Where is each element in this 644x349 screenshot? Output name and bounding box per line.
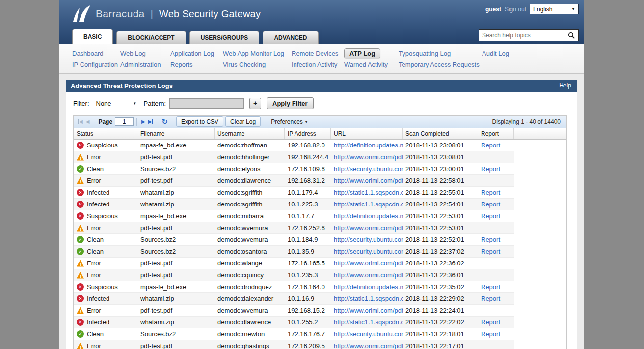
scan-completed-cell: 2018-11-13 22:24:01 [402, 305, 478, 317]
report-cell: Report [478, 163, 514, 175]
nav-link-web-app-monitor-log[interactable]: Web App Monitor Log [223, 50, 284, 57]
url-link[interactable]: http://www.orimi.com/pdf-t... [334, 175, 402, 186]
report-link[interactable]: Report [481, 281, 500, 292]
url-link[interactable]: http://security.ubuntu.com/... [334, 234, 402, 245]
add-pattern-button[interactable]: + [249, 98, 261, 109]
column-header-ip-address[interactable]: IP Address [285, 128, 331, 139]
url-link[interactable]: http://static1.1.sqspcdn.co... [334, 317, 402, 328]
page-number-input[interactable] [115, 117, 134, 126]
ip-address-cell: 172.16.252.6 [285, 222, 331, 234]
report-link[interactable]: Report [481, 234, 500, 245]
green-check-circle-icon: ✓ [77, 165, 84, 173]
url-link[interactable]: http://static1.1.sqspcdn.co... [334, 187, 402, 198]
last-page-button[interactable]: ▶ [147, 119, 155, 124]
language-select[interactable]: English ▼ [530, 4, 579, 14]
column-header-report[interactable]: Report [478, 128, 514, 139]
filler-cell [514, 317, 566, 328]
tab-basic[interactable]: BASIC [72, 29, 113, 44]
filter-select[interactable]: None ▼ [93, 98, 140, 109]
preferences-menu[interactable]: Preferences ▾ [268, 118, 310, 125]
report-link[interactable]: Report [481, 187, 500, 198]
nav-link-administration[interactable]: Administration [120, 61, 161, 68]
url-link[interactable]: http://definitionupdates.mic... [334, 140, 402, 151]
url-link[interactable]: http://security.ubuntu.com/... [334, 328, 402, 340]
nav-link-temporary-access-requests[interactable]: Temporary Access Requests [399, 61, 480, 68]
table-row: ✕Suspiciousmpas-fe_bd.exedemodc:mibarra1… [74, 210, 566, 222]
report-link[interactable]: Report [481, 246, 500, 257]
filler-cell [514, 151, 566, 163]
url-link[interactable]: http://security.ubuntu.com/... [334, 246, 402, 257]
app-header: Barracuda | Web Security Gateway guest S… [59, 0, 584, 44]
report-link[interactable]: Report [481, 293, 500, 304]
url-link[interactable]: http://definitionupdates.mic... [334, 281, 402, 292]
url-link[interactable]: http://www.orimi.com/pdf-t... [334, 340, 402, 349]
url-link[interactable]: http://www.orimi.com/pdf-t... [334, 269, 402, 281]
url-link[interactable]: http://static1.1.sqspcdn.co... [334, 293, 402, 304]
apply-filter-button[interactable]: Apply Filter [267, 97, 314, 109]
status-cell: ✕Infected [74, 199, 137, 210]
export-csv-button[interactable]: Export to CSV [176, 116, 223, 127]
username-cell: demodc:hhollinger [215, 151, 285, 163]
next-page-button[interactable]: ▶ [140, 119, 147, 124]
tab-bar: BASIC BLOCK/ACCEPT USERS/GROUPS ADVANCED [59, 28, 584, 44]
url-link[interactable]: http://security.ubuntu.com/... [334, 163, 402, 174]
column-header-scan-completed[interactable]: Scan Completed [402, 128, 478, 139]
column-header-status[interactable]: Status [74, 128, 137, 139]
tab-advanced[interactable]: ADVANCED [263, 31, 318, 44]
status-label: Clean [87, 246, 104, 257]
username-cell: demodc:wlange [215, 258, 285, 269]
clear-log-button[interactable]: Clear Log [225, 116, 261, 127]
nav-link-warned-activity[interactable]: Warned Activity [344, 61, 388, 68]
url-link[interactable]: http://www.orimi.com/pdf-t... [334, 222, 402, 233]
report-link[interactable]: Report [481, 317, 500, 328]
sign-out-link[interactable]: Sign out [505, 6, 526, 13]
user-box: guest Sign out English ▼ [485, 4, 579, 14]
status-label: Clean [87, 234, 104, 245]
nav-link-virus-checking[interactable]: Virus Checking [223, 61, 266, 68]
url-link[interactable]: http://www.orimi.com/pdf-t... [334, 151, 402, 163]
pattern-input[interactable] [169, 98, 244, 109]
column-header-username[interactable]: Username [215, 128, 285, 139]
nav-link-atp-log[interactable]: ATP Log [344, 48, 380, 58]
table-row: !Errorpdf-test.pdfdemodc:ghastings172.16… [74, 340, 566, 349]
refresh-icon[interactable]: ↻ [161, 117, 169, 126]
url-cell: http://static1.1.sqspcdn.co... [331, 187, 402, 199]
help-search-input[interactable] [482, 32, 568, 39]
nav-link-application-log[interactable]: Application Log [170, 50, 214, 57]
nav-link-ip-configuration[interactable]: IP Configuration [72, 61, 118, 68]
column-header-filename[interactable]: Filename [137, 128, 215, 139]
status-cell: ✕Infected [74, 293, 137, 305]
nav-link-web-log[interactable]: Web Log [120, 50, 146, 57]
tab-block-accept[interactable]: BLOCK/ACCEPT [116, 31, 186, 44]
nav-link-infection-activity[interactable]: Infection Activity [292, 61, 337, 68]
search-icon[interactable] [568, 32, 575, 39]
url-cell: http://definitionupdates.mic... [331, 140, 402, 151]
nav-link-audit-log[interactable]: Audit Log [482, 50, 509, 57]
column-header-url[interactable]: URL [331, 128, 402, 139]
scan-completed-cell: 2018-11-13 22:17:01 [402, 340, 478, 349]
nav-link-remote-devices[interactable]: Remote Devices [292, 50, 338, 57]
nav-link-dashboard[interactable]: Dashboard [72, 50, 104, 57]
tab-users-groups[interactable]: USERS/GROUPS [189, 31, 260, 44]
url-link[interactable]: http://definitionupdates.mic... [334, 210, 402, 222]
url-link[interactable]: http://www.orimi.com/pdf-t... [334, 305, 402, 316]
report-cell [478, 222, 514, 234]
username-cell: demodc:dalexander [215, 293, 285, 305]
table-row: !Errorpdf-test.pdfdemodc:wvemura192.168.… [74, 305, 566, 317]
report-link[interactable]: Report [481, 199, 500, 210]
status-label: Error [87, 269, 101, 281]
nav-link-typosquatting-log[interactable]: Typosquatting Log [399, 50, 451, 57]
help-link[interactable]: Help [553, 80, 577, 92]
nav-link-reports[interactable]: Reports [170, 61, 193, 68]
status-label: Infected [87, 199, 109, 210]
report-link[interactable]: Report [481, 163, 500, 174]
report-link[interactable]: Report [481, 140, 500, 151]
red-x-circle-icon: ✕ [77, 201, 84, 208]
ip-address-cell: 10.1.16.9 [285, 293, 331, 305]
report-cell: Report [478, 140, 514, 151]
report-link[interactable]: Report [481, 328, 500, 340]
url-link[interactable]: http://www.orimi.com/pdf-t... [334, 258, 402, 269]
report-link[interactable]: Report [481, 210, 500, 222]
table-body: ✕Suspiciousmpas-fe_bd.exedemodc:rhoffman… [74, 140, 566, 349]
url-link[interactable]: http://static1.1.sqspcdn.co... [334, 199, 402, 210]
